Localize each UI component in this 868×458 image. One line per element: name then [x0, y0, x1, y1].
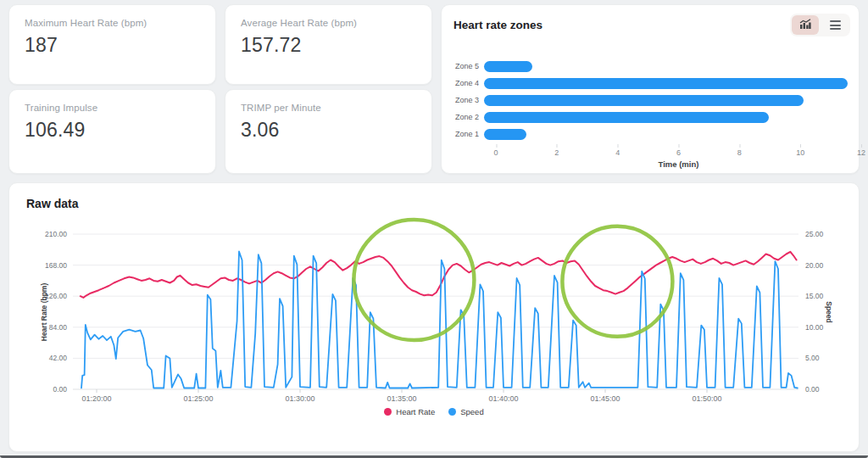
zones-x-tick-label: 10: [796, 148, 804, 157]
x-tick-label: 01:35:00: [387, 394, 416, 403]
zone-label: Zone 3: [453, 96, 479, 104]
dashboard-page: { "stats": [ { "label": "Maximum Heart R…: [0, 0, 868, 458]
zones-card-title: Heart rate zones: [453, 19, 542, 31]
zones-x-axis-label: Time (min): [496, 159, 861, 169]
zones-view-toggle: [790, 14, 850, 36]
heart-rate-zones-card: Heart rate zones Zone 5Zone 4Zone 3Zone …: [441, 4, 860, 174]
legend-dot-icon: [448, 408, 456, 416]
y-left-tick-label: 168.00: [45, 261, 67, 270]
y-right-tick-label: 20.00: [805, 261, 824, 270]
stat-label: Average Heart Rate (bpm): [241, 18, 416, 28]
y-right-tick-label: 15.00: [805, 292, 824, 300]
zones-x-tick-label: 6: [676, 148, 681, 157]
legend-label: Speed: [460, 407, 483, 416]
zone-bar[interactable]: [484, 61, 532, 72]
y-left-tick-label: 42.00: [49, 354, 68, 362]
zone-row: Zone 2: [453, 109, 849, 126]
stat-label: Training Impulse: [25, 103, 200, 113]
list-icon: [830, 20, 841, 30]
zones-x-axis: 024681012: [496, 145, 861, 159]
zones-x-tick-label: 2: [554, 148, 559, 157]
y-left-tick-label: 84.00: [49, 323, 68, 332]
zone-bar-track: [484, 78, 849, 89]
zone-row: Zone 4: [453, 75, 849, 92]
zones-plot: Zone 5Zone 4Zone 3Zone 2Zone 1: [453, 58, 849, 142]
stat-label: Maximum Heart Rate (bpm): [25, 18, 200, 28]
zones-x-tick-label: 4: [615, 148, 620, 157]
stat-label: TRIMP per Minute: [241, 103, 416, 113]
zone-bar-track: [484, 129, 849, 140]
zone-bar[interactable]: [484, 78, 848, 89]
raw-legend: Heart RateSpeed: [9, 407, 859, 416]
x-tick-label: 01:20:00: [81, 394, 111, 403]
zone-bar-track: [484, 112, 849, 123]
bar-chart-icon: [799, 19, 811, 31]
legend-item[interactable]: Heart Rate: [384, 407, 435, 416]
zone-row: Zone 5: [453, 58, 849, 75]
raw-chart-svg: 210.0025.00168.0020.00126.0015.0084.0010…: [9, 217, 860, 429]
zone-label: Zone 5: [453, 62, 479, 70]
x-tick-label: 01:30:00: [285, 394, 314, 403]
zone-bar-track: [484, 95, 849, 106]
zone-bar-track: [484, 61, 849, 72]
zone-bar[interactable]: [484, 95, 804, 106]
y-left-tick-label: 210.00: [45, 230, 67, 238]
x-tick-label: 01:40:00: [488, 394, 518, 403]
list-view-button[interactable]: [821, 15, 849, 35]
zone-label: Zone 4: [453, 79, 479, 87]
chart-view-button[interactable]: [792, 15, 819, 35]
annotation-circle: [562, 226, 672, 337]
x-tick-label: 01:25:00: [183, 394, 213, 403]
stat-card-max-heart-rate: Maximum Heart Rate (bpm) 187: [8, 4, 216, 85]
zones-x-tick-label: 8: [737, 148, 742, 157]
y-right-tick-label: 25.00: [805, 230, 824, 238]
legend-label: Heart Rate: [396, 407, 435, 416]
stat-value: 157.72: [241, 34, 416, 57]
y-right-axis-title: Speed: [825, 301, 833, 323]
zone-bar[interactable]: [484, 129, 526, 140]
x-tick-label: 01:45:00: [590, 394, 620, 403]
y-right-tick-label: 10.00: [805, 323, 824, 332]
legend-dot-icon: [384, 408, 392, 416]
raw-data-title: Raw data: [26, 197, 78, 210]
zone-row: Zone 1: [453, 126, 849, 142]
stat-value: 3.06: [241, 119, 416, 142]
zones-x-tick-label: 0: [493, 148, 498, 157]
stat-card-trimp-per-minute: TRIMP per Minute 3.06: [225, 89, 432, 174]
y-left-axis-title: Heart Rate (bpm): [40, 283, 48, 342]
y-right-tick-label: 5.00: [805, 354, 820, 362]
zones-x-tick-label: 12: [857, 148, 865, 157]
y-right-tick-label: 0.00: [805, 385, 820, 394]
stat-value: 106.49: [25, 119, 200, 142]
stat-value: 187: [25, 34, 200, 57]
zone-label: Zone 1: [453, 130, 479, 138]
series-line-speed[interactable]: [81, 252, 798, 388]
stat-card-training-impulse: Training Impulse 106.49: [8, 89, 216, 174]
zone-label: Zone 2: [453, 113, 479, 121]
raw-data-card: Raw data 210.0025.00168.0020.00126.0015.…: [8, 182, 860, 452]
y-left-tick-label: 0.00: [53, 385, 67, 394]
stat-card-avg-heart-rate: Average Heart Rate (bpm) 157.72: [225, 4, 432, 85]
annotation-circle: [353, 220, 474, 340]
zone-bar[interactable]: [484, 112, 769, 123]
series-line-heart-rate[interactable]: [81, 252, 797, 298]
zone-row: Zone 3: [453, 92, 849, 109]
x-tick-label: 01:50:00: [692, 394, 721, 403]
legend-item[interactable]: Speed: [448, 407, 483, 416]
